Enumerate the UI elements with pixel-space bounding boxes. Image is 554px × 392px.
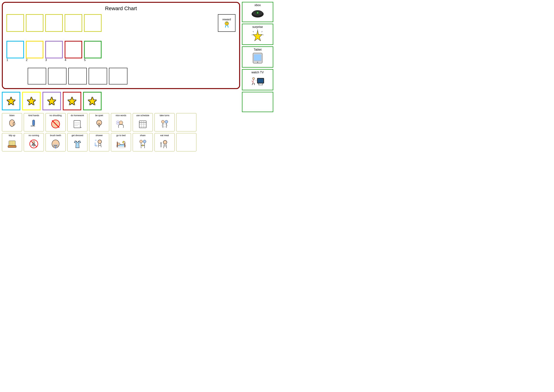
cell-number-2: 2 — [26, 58, 28, 62]
chart-cell-r3-1[interactable] — [28, 68, 46, 84]
svg-marker-71 — [253, 30, 262, 41]
task-card-empty-1[interactable] — [176, 113, 196, 132]
star-cell-purple[interactable]: ★ — [42, 92, 61, 110]
task-label-kind-hands: kind hands — [28, 114, 39, 117]
stars-row: ★ ★ ★ ★ ★ — [2, 91, 240, 111]
task-icon-use-schedule — [138, 117, 148, 131]
task-label-use-schedule: use schedule — [136, 114, 149, 117]
task-card-tidy-up[interactable]: tidy up — [2, 133, 22, 152]
cell-number-3: 3 — [45, 58, 47, 62]
chart-cell-r3-3[interactable] — [68, 68, 87, 84]
left-area: Reward Chart reward 🏅 — [2, 2, 240, 152]
svg-rect-48 — [56, 145, 57, 146]
reward-label-tablet: Tablet — [254, 48, 262, 51]
reward-icon-surprise — [250, 29, 265, 43]
star-icon-green: ★ — [87, 95, 97, 107]
chart-cell-green[interactable] — [84, 41, 102, 58]
task-card-use-schedule[interactable]: use schedule — [133, 113, 153, 132]
star-cell-red[interactable]: ★ — [63, 92, 81, 110]
chart-cell-r1-5[interactable] — [84, 14, 102, 32]
chart-cell-large-green[interactable] — [106, 36, 143, 66]
chart-row-2: 1 2 3 4 5 — [7, 36, 235, 66]
task-card-share[interactable]: share — [133, 133, 153, 152]
chart-row-3 — [28, 68, 235, 84]
chart-cell-blue[interactable] — [7, 41, 24, 58]
svg-text:←: ← — [11, 126, 13, 128]
main-area: Reward Chart reward 🏅 — [0, 0, 277, 153]
reward-item-watch-tv[interactable]: watch TV — [242, 69, 273, 90]
cell-number-4: 4 — [65, 58, 66, 62]
task-icon-brush-teeth — [51, 137, 61, 151]
task-label-nice-words: nice words — [116, 114, 126, 117]
task-card-do-homework[interactable]: do homework — [67, 113, 88, 132]
chart-cell-red[interactable] — [65, 41, 82, 58]
reward-item-surprise[interactable]: surprise — [242, 24, 273, 45]
svg-line-3 — [228, 25, 228, 28]
task-card-go-to-bed[interactable]: go to bed ⌚ — [111, 133, 131, 152]
svg-point-5 — [13, 122, 15, 125]
chart-cell-purple[interactable] — [45, 41, 63, 58]
svg-rect-47 — [55, 145, 56, 146]
star-cell-blue[interactable]: ★ — [2, 92, 20, 110]
chart-cell-r3-2[interactable] — [48, 68, 67, 84]
task-card-get-dressed[interactable]: get dressed — [67, 133, 88, 152]
task-label-share: share — [140, 134, 145, 137]
task-icon-go-to-bed: ⌚ — [116, 137, 126, 151]
task-icon-get-dressed — [72, 137, 83, 151]
task-label-no-shouting: no shoutting — [49, 114, 62, 117]
task-card-empty-2[interactable] — [176, 133, 196, 152]
task-card-no-shouting[interactable]: no shoutting — [45, 113, 66, 132]
task-card-no-running[interactable]: no running — [24, 133, 44, 152]
chart-cell-r1-3[interactable] — [45, 14, 63, 32]
task-card-listen[interactable]: listen ← — [2, 113, 22, 132]
svg-line-83 — [252, 83, 253, 85]
chart-cell-r3-4[interactable] — [89, 68, 107, 84]
task-label-be-quiet: be quiet — [95, 114, 103, 117]
star-cell-green[interactable]: ★ — [83, 92, 102, 110]
task-card-eat-meal[interactable]: eat meal — [154, 133, 175, 152]
svg-rect-78 — [254, 54, 261, 61]
chart-cell-yellow[interactable] — [26, 41, 43, 58]
svg-line-73 — [262, 31, 262, 32]
reward-item-empty[interactable] — [242, 92, 273, 112]
chart-cell-r1-2[interactable] — [26, 14, 43, 32]
svg-line-88 — [262, 83, 263, 85]
task-icon-no-running — [29, 137, 39, 151]
task-label-go-to-bed: go to bed — [116, 134, 125, 137]
task-icon-shower — [94, 137, 104, 151]
svg-line-74 — [253, 31, 254, 32]
reward-item-xbox[interactable]: xbox X — [242, 2, 273, 22]
reward-item-tablet[interactable]: Tablet — [242, 46, 273, 68]
task-label-brush-teeth: brush teeth — [50, 134, 61, 137]
svg-point-81 — [252, 77, 255, 80]
reward-chart: Reward Chart reward 🏅 — [2, 2, 240, 89]
svg-point-43 — [33, 141, 35, 143]
chart-cell-r1-4[interactable] — [65, 14, 82, 32]
svg-point-50 — [98, 140, 102, 144]
task-card-kind-hands[interactable]: kind hands ← → — [24, 113, 44, 132]
chart-cell-r1-1[interactable] — [7, 14, 24, 32]
task-label-do-homework: do homework — [71, 114, 84, 117]
svg-text:←  →: ← → — [31, 125, 36, 127]
svg-text:X: X — [257, 12, 258, 14]
task-icon-eat-meal — [159, 137, 170, 151]
task-card-be-quiet[interactable]: be quiet — [89, 113, 109, 132]
chart-cell-r3-5[interactable] — [109, 68, 127, 84]
star-icon-purple: ★ — [47, 95, 57, 107]
task-label-take-turns: take turns — [160, 114, 170, 117]
task-label-tidy-up: tidy up — [9, 134, 15, 137]
task-card-take-turns[interactable]: take turns — [154, 113, 175, 132]
svg-point-60 — [143, 140, 146, 143]
svg-point-23 — [119, 121, 123, 125]
cell-number-1: 1 — [7, 58, 8, 62]
task-card-shower[interactable]: shower — [89, 133, 109, 152]
task-icon-tidy-up — [7, 137, 17, 151]
star-cell-yellow[interactable]: ★ — [22, 92, 41, 110]
task-icon-share — [138, 137, 148, 151]
task-card-nice-words[interactable]: nice words — [111, 113, 131, 132]
reward-icon-tablet — [250, 52, 265, 66]
star-icon-red: ★ — [67, 95, 77, 107]
task-card-brush-teeth[interactable]: brush teeth — [45, 133, 66, 152]
svg-rect-49 — [55, 147, 56, 148]
svg-point-54 — [118, 143, 120, 145]
